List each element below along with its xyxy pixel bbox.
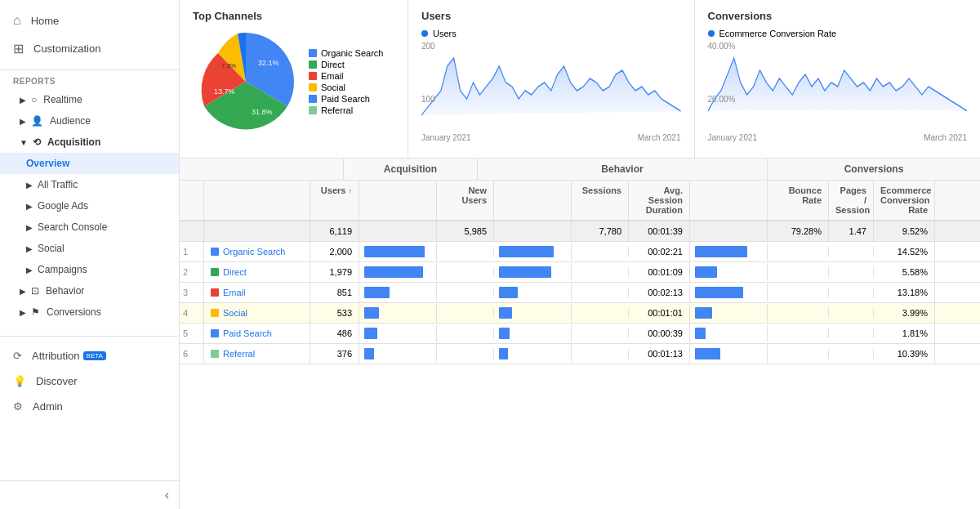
row-rank: 1: [180, 242, 204, 261]
sidebar-behavior-label: Behavior: [46, 285, 84, 297]
conversions-dot: [708, 30, 715, 37]
row-avg-dur: 00:02:13: [629, 283, 690, 302]
col-header-new-users[interactable]: New Users: [437, 181, 494, 220]
row-new-users-bar: [499, 328, 510, 339]
row-avg-dur-bar-cell: [690, 243, 768, 261]
legend-label-paid: Paid Search: [321, 94, 370, 104]
sidebar-item-admin[interactable]: ⚙ Admin: [0, 394, 179, 419]
row-new-users: [437, 267, 494, 277]
legend-item-direct: Direct: [309, 60, 383, 69]
row-channel[interactable]: Paid Search: [204, 324, 310, 343]
pie-label-social: 7.8%: [221, 62, 236, 69]
attribution-badge: BETA: [83, 351, 106, 360]
row-channel[interactable]: Direct: [204, 262, 310, 282]
sidebar-item-attribution[interactable]: ⟳ Attribution BETA: [0, 343, 179, 368]
totals-sessions: 7,780: [572, 221, 629, 241]
sidebar-conversions-label: Conversions: [47, 306, 101, 318]
col-header-bounce[interactable]: Bounce Rate: [768, 181, 829, 220]
row-channel[interactable]: Referral: [204, 344, 310, 364]
sidebar-item-behavior[interactable]: ▶ ⊡ Behavior: [0, 280, 179, 301]
conv-x-label-1: January 2021: [708, 133, 758, 142]
sidebar-item-acquisition[interactable]: ▼ ⟲ Acquisition: [0, 132, 179, 153]
row-new-users-bar-cell: [494, 263, 572, 281]
row-sessions: [572, 288, 629, 297]
row-ecr: 10.39%: [874, 344, 935, 364]
totals-avg-dur: 00:01:39: [629, 221, 690, 241]
sidebar-item-customization[interactable]: ⊞ Customization: [0, 34, 179, 63]
row-users-bar-cell: [359, 345, 437, 363]
legend-label-referral: Referral: [321, 105, 353, 115]
row-new-users: [437, 247, 494, 257]
sidebar-sub-social[interactable]: ▶ Social: [0, 238, 179, 259]
sidebar-sub-overview[interactable]: Overview: [0, 153, 179, 174]
conv-y-max: 40.00%: [708, 42, 736, 51]
totals-row: 6,119 5,985 7,780 00:01:39 79.28% 1.47 9…: [180, 221, 980, 242]
row-bounce: [768, 328, 829, 338]
row-new-users-bar-cell: [494, 284, 572, 301]
row-users: 851: [310, 283, 359, 302]
sidebar: ⌂ Home ⊞ Customization REPORTS ▶ ○ Realt…: [0, 0, 180, 509]
conv-y-mid: 20.00%: [708, 95, 736, 104]
row-rank: 3: [180, 283, 204, 302]
table-row: 4 Social 533 00:01:01 3.99%: [180, 303, 980, 324]
col-header-ecr[interactable]: Ecommerce Conversion Rate: [874, 181, 935, 220]
sidebar-item-discover[interactable]: 💡 Discover: [0, 368, 179, 394]
row-new-users: [437, 308, 494, 318]
row-users-bar: [364, 246, 425, 257]
sidebar-item-realtime[interactable]: ▶ ○ Realtime: [0, 89, 179, 110]
table-row: 2 Direct 1,979 00:01:09 5.58%: [180, 262, 980, 283]
row-sessions: [572, 308, 629, 318]
sidebar-item-conversions[interactable]: ▶ ⚑ Conversions: [0, 301, 179, 323]
behavior-icon: ⊡: [31, 285, 39, 297]
col-header-users[interactable]: Users ↑: [310, 181, 359, 220]
row-channel[interactable]: Social: [204, 303, 310, 323]
pie-chart-panel: Top Channels 32.1%: [180, 0, 408, 158]
sidebar-collapse-btn[interactable]: ‹: [0, 480, 179, 509]
row-pages: [829, 288, 874, 297]
row-avg-dur-bar: [695, 348, 720, 359]
col-header-ecr-bar: [935, 181, 980, 220]
sidebar-sub-google-ads[interactable]: ▶ Google Ads: [0, 195, 179, 217]
sidebar-sub-search-console[interactable]: ▶ Search Console: [0, 217, 179, 238]
col-header-avg-dur[interactable]: Avg. Session Duration: [629, 181, 690, 220]
users-series-text: Users: [433, 29, 457, 38]
pie-chart: 32.1% 31.8% 13.7% 7.8%: [193, 29, 299, 135]
section-header-acquisition: Acquisition: [343, 159, 478, 180]
row-ecr: 1.81%: [874, 324, 935, 343]
table-body: 1 Organic Search 2,000 00:02:21 14.52% 2: [180, 242, 980, 364]
legend-dot-email: [309, 72, 317, 80]
sidebar-item-home[interactable]: ⌂ Home: [0, 7, 179, 34]
col-header-channel[interactable]: [204, 181, 310, 220]
channel-color-dot: [211, 268, 219, 276]
row-avg-dur-bar: [695, 328, 706, 339]
users-y-max: 200: [421, 42, 435, 51]
row-users: 376: [310, 344, 359, 364]
conv-x-label-2: March 2021: [924, 133, 967, 142]
col-header-pages[interactable]: Pages / Session: [829, 181, 874, 220]
conversions-line-chart: 40.00% 20.00% January 2021 March 2021: [708, 42, 968, 148]
row-new-users: [437, 288, 494, 297]
row-pages: [829, 349, 874, 359]
charts-row: Top Channels 32.1%: [180, 0, 980, 159]
sidebar-item-audience[interactable]: ▶ 👤 Audience: [0, 110, 179, 132]
row-new-users: [437, 349, 494, 359]
row-bounce: [768, 267, 829, 277]
users-x-label-2: March 2021: [638, 133, 681, 142]
row-channel[interactable]: Organic Search: [204, 242, 310, 261]
sidebar-sub-all-traffic[interactable]: ▶ All Traffic: [0, 174, 179, 195]
sidebar-sub-campaigns[interactable]: ▶ Campaigns: [0, 259, 179, 280]
row-channel[interactable]: Email: [204, 283, 310, 302]
totals-new-users-bar: [494, 221, 572, 241]
totals-new-users: 5,985: [437, 221, 494, 241]
row-new-users: [437, 328, 494, 338]
row-users: 1,979: [310, 262, 359, 282]
row-rank: 2: [180, 262, 204, 282]
row-users-bar-cell: [359, 324, 437, 342]
users-x-label-1: January 2021: [421, 133, 471, 142]
legend-item-paid: Paid Search: [309, 94, 383, 104]
conversions-line-path: [708, 58, 968, 111]
google-ads-label: Google Ads: [38, 200, 88, 212]
row-new-users-bar-cell: [494, 304, 572, 322]
legend-dot-direct: [309, 60, 317, 69]
col-header-sessions[interactable]: Sessions: [572, 181, 629, 220]
